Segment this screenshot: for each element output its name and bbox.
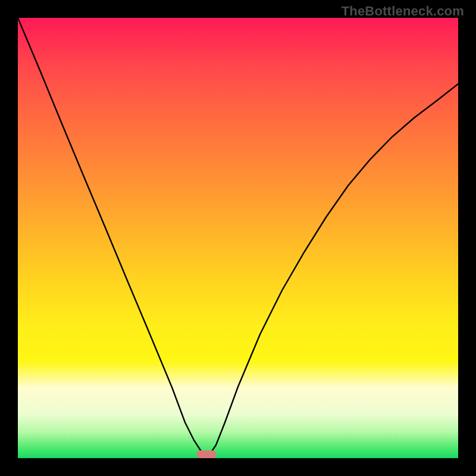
chart-frame: TheBottleneck.com: [0, 0, 476, 476]
curve-left-branch: [18, 18, 207, 458]
minimum-marker: [196, 450, 217, 458]
bottleneck-curve: [18, 18, 458, 458]
watermark-text: TheBottleneck.com: [342, 4, 464, 19]
curve-right-branch: [207, 84, 458, 458]
plot-area: [18, 18, 458, 458]
